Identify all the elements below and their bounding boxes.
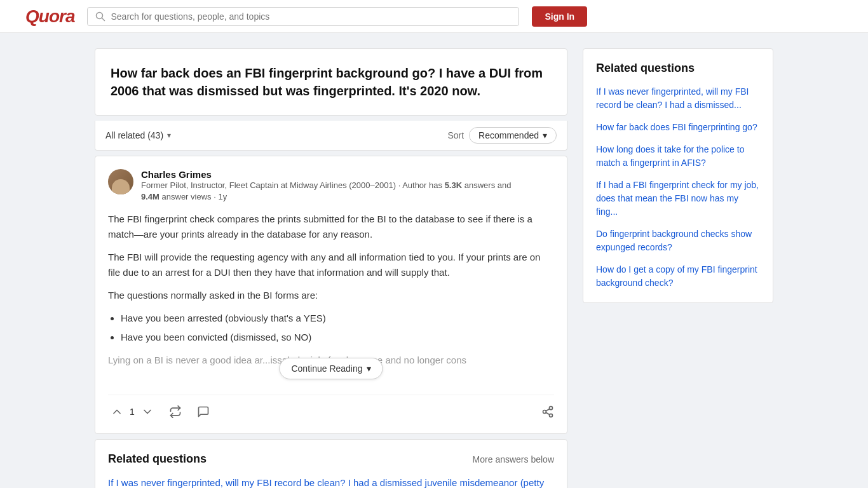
- chevron-down-icon: ▾: [367, 363, 371, 374]
- author-bio: Former Pilot, Instructor, Fleet Captain …: [141, 180, 554, 203]
- comment-icon: [197, 405, 210, 418]
- question-title: How far back does an FBI fingerprint bac…: [111, 64, 552, 100]
- search-bar[interactable]: [87, 7, 519, 26]
- sidebar-link-3[interactable]: How long does it take for the police to …: [596, 143, 760, 170]
- related-questions-header: Related questions More answers below: [108, 452, 554, 466]
- author-name[interactable]: Charles Grimes: [141, 169, 554, 180]
- svg-line-5: [546, 413, 550, 415]
- upvote-group: 1: [108, 403, 156, 421]
- chevron-down-icon: ▾: [167, 131, 171, 140]
- answer-paragraph-1: The FBI fingerprint check compares the p…: [108, 212, 554, 303]
- continue-reading-section: Lying on a BI is never a good idea ar...…: [108, 353, 554, 384]
- reshare-icon: [169, 405, 182, 418]
- upvote-button[interactable]: [108, 403, 126, 421]
- page-content: How far back does an FBI fingerprint bac…: [85, 33, 783, 488]
- reshare-button[interactable]: [166, 403, 184, 421]
- downvote-button[interactable]: [139, 403, 156, 421]
- upvote-icon: [111, 405, 123, 418]
- author-row: Charles Grimes Former Pilot, Instructor,…: [108, 169, 554, 203]
- question-card: How far back does an FBI fingerprint bac…: [95, 48, 567, 116]
- bullet-item: Have you been convicted (dismissed, so N…: [121, 330, 554, 345]
- related-question-link[interactable]: If I was never fingerprinted, will my FB…: [108, 477, 544, 488]
- sort-area: Sort Recommended ▾: [447, 127, 557, 144]
- sidebar: Related questions If I was never fingerp…: [583, 48, 773, 488]
- upvote-count: 1: [130, 407, 135, 417]
- sort-value: Recommended: [478, 130, 539, 140]
- header: Quora Sign In: [0, 0, 868, 33]
- sidebar-link-2[interactable]: How far back does FBI fingerprinting go?: [596, 121, 760, 134]
- sort-dropdown[interactable]: Recommended ▾: [469, 127, 557, 144]
- search-icon: [95, 11, 105, 22]
- svg-line-6: [546, 409, 550, 411]
- sidebar-link-5[interactable]: Do fingerprint background checks show ex…: [596, 227, 760, 254]
- all-related-filter[interactable]: All related (43) ▾: [105, 130, 171, 140]
- related-questions-section: Related questions More answers below If …: [95, 439, 567, 488]
- filter-bar: All related (43) ▾ Sort Recommended ▾: [95, 121, 567, 151]
- comment-button[interactable]: [194, 403, 212, 421]
- chevron-down-icon: ▾: [543, 130, 547, 140]
- logo: Quora: [25, 6, 74, 27]
- continue-reading-button[interactable]: Continue Reading ▾: [279, 358, 383, 379]
- main-column: How far back does an FBI fingerprint bac…: [95, 48, 567, 488]
- author-info: Charles Grimes Former Pilot, Instructor,…: [141, 169, 554, 203]
- sidebar-link-4[interactable]: If I had a FBI fingerprint check for my …: [596, 179, 760, 219]
- downvote-icon: [141, 405, 154, 418]
- sidebar-card: Related questions If I was never fingerp…: [583, 48, 773, 303]
- more-answers-label: More answers below: [473, 454, 554, 464]
- svg-line-1: [102, 18, 105, 20]
- sort-label: Sort: [447, 130, 464, 140]
- sidebar-link-6[interactable]: How do I get a copy of my FBI fingerprin…: [596, 263, 760, 290]
- answer-card: Charles Grimes Former Pilot, Instructor,…: [95, 156, 567, 434]
- avatar: [108, 169, 133, 194]
- sign-in-button[interactable]: Sign In: [532, 6, 587, 27]
- bullet-item: Have you been arrested (obviously that's…: [121, 311, 554, 326]
- all-related-label: All related (43): [105, 130, 163, 140]
- related-questions-title: Related questions: [108, 452, 207, 466]
- answer-bullets: Have you been arrested (obviously that's…: [121, 311, 554, 345]
- share-icon: [541, 405, 554, 418]
- search-input[interactable]: [111, 11, 511, 22]
- sidebar-title: Related questions: [596, 62, 760, 75]
- action-bar: 1: [108, 395, 554, 421]
- sidebar-link-1[interactable]: If I was never fingerprinted, will my FB…: [596, 85, 760, 112]
- share-button[interactable]: [541, 405, 554, 418]
